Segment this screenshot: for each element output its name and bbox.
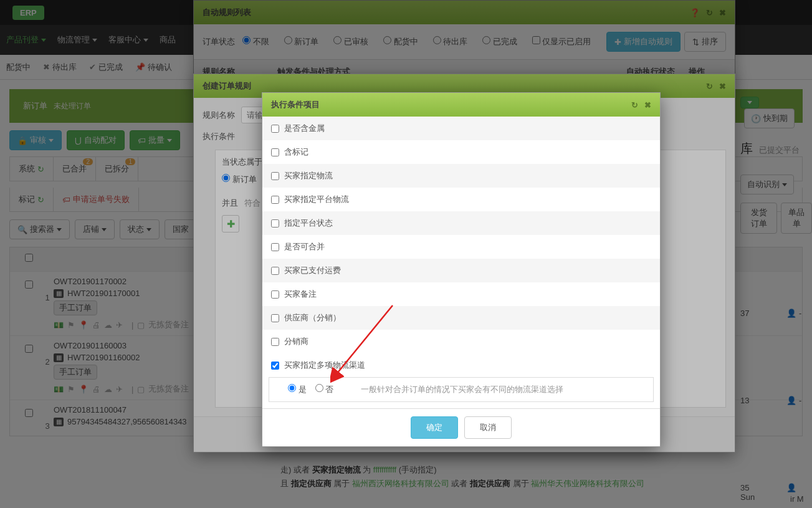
condition-item[interactable]: 供应商（分销） — [262, 306, 660, 330]
confirm-button[interactable]: 确定 — [411, 416, 458, 439]
condition-item-checked[interactable]: 买家指定多项物流渠道 — [262, 353, 660, 377]
condition-item[interactable]: 买家指定物流 — [262, 164, 660, 188]
condition-item[interactable]: 买家备注 — [262, 282, 660, 306]
refresh-icon[interactable]: ↻ — [631, 100, 638, 110]
close-icon[interactable]: ✖ — [644, 100, 651, 110]
condition-items-modal: 执行条件项目 ↻ ✖ 是否含金属 含标记 买家指定物流 买家指定平台物流 指定平… — [262, 92, 661, 447]
condition-list[interactable]: 是否含金属 含标记 买家指定物流 买家指定平台物流 指定平台状态 是否可合并 买… — [262, 117, 660, 408]
condition-item[interactable]: 买家指定平台物流 — [262, 188, 660, 211]
cancel-button[interactable]: 取消 — [464, 416, 512, 439]
condition-item[interactable]: 是否含金属 — [262, 117, 660, 140]
condition-item[interactable]: 含标记 — [262, 140, 660, 164]
condition-item[interactable]: 是否可合并 — [262, 235, 660, 259]
condition-detail: 是 否 一般针对合并订单的情况下买家会有不同的物流渠道选择 — [269, 377, 654, 402]
condition-item[interactable]: 指定平台状态 — [262, 211, 660, 235]
modal-title: 执行条件项目 — [271, 99, 320, 110]
condition-item[interactable]: 分销商 — [262, 330, 660, 353]
condition-item[interactable]: 买家已支付运费 — [262, 259, 660, 282]
